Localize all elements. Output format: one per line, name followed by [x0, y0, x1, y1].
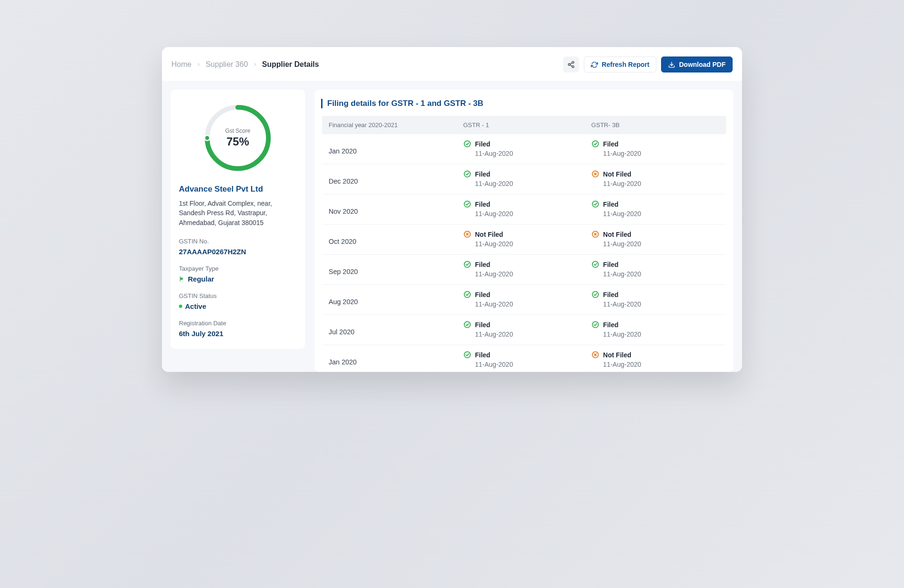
- status-text: Filed: [603, 291, 619, 298]
- status-date: 11-Aug-2020: [463, 240, 591, 248]
- refresh-report-button[interactable]: Refresh Report: [584, 56, 656, 72]
- content-area: Gst Score 75% Advance Steel Pvt Ltd 1st …: [162, 81, 742, 372]
- app-window: Home Supplier 360 Supplier Details Refre…: [162, 47, 742, 372]
- gstin-status-field: GSTIN Status Active: [179, 292, 297, 310]
- check-circle-icon: [591, 321, 599, 329]
- status-date: 11-Aug-2020: [591, 300, 719, 308]
- status-cell-gstr1: Filed11-Aug-2020: [463, 170, 591, 187]
- gstin-field: GSTIN No. 27AAAAP0267H2ZN: [179, 238, 297, 256]
- month-cell: Oct 2020: [329, 233, 463, 245]
- refresh-report-label: Refresh Report: [602, 61, 649, 68]
- status-cell-gstr3b: Not Filed11-Aug-2020: [591, 170, 719, 187]
- download-pdf-label: Download PDF: [679, 61, 726, 68]
- month-cell: Jan 2020: [329, 143, 463, 155]
- gst-score-label: Gst Score: [225, 128, 250, 134]
- status-cell-gstr1: Filed11-Aug-2020: [463, 140, 591, 157]
- check-circle-icon: [463, 260, 471, 268]
- check-circle-icon: [463, 170, 471, 178]
- status-date: 11-Aug-2020: [591, 361, 719, 368]
- status-text: Not Filed: [475, 231, 503, 238]
- download-pdf-button[interactable]: Download PDF: [661, 56, 733, 72]
- filing-details-title: Filing details for GSTR - 1 and GSTR - 3…: [321, 99, 726, 108]
- check-circle-icon: [463, 290, 471, 298]
- chevron-right-icon: [253, 62, 258, 67]
- table-row: Jan 2020Filed11-Aug-2020Filed11-Aug-2020: [322, 134, 726, 164]
- status-text: Filed: [475, 291, 491, 298]
- table-row: Nov 2020Filed11-Aug-2020Filed11-Aug-2020: [322, 194, 726, 225]
- status-date: 11-Aug-2020: [591, 240, 719, 248]
- taxpayer-type-field: Taxpayer Type Regular: [179, 265, 297, 283]
- status-text: Not Filed: [603, 351, 631, 359]
- company-address: 1st Floor, Advait Complex, near, Sandesh…: [179, 199, 297, 227]
- check-circle-icon: [591, 260, 599, 268]
- registration-date-field: Registration Date 6th July 2021: [179, 320, 297, 338]
- check-circle-icon: [591, 200, 599, 208]
- x-circle-icon: [591, 170, 599, 178]
- table-row: Dec 2020Filed11-Aug-2020Not Filed11-Aug-…: [322, 164, 726, 194]
- status-cell-gstr3b: Filed11-Aug-2020: [591, 140, 719, 157]
- share-button[interactable]: [563, 56, 579, 72]
- registration-date-label: Registration Date: [179, 320, 297, 327]
- month-cell: Dec 2020: [329, 173, 463, 185]
- breadcrumb-home[interactable]: Home: [171, 60, 192, 69]
- col-header-gstr1: GSTR - 1: [463, 121, 591, 129]
- gstin-status-value: Active: [185, 302, 206, 310]
- svg-line-4: [570, 63, 573, 64]
- status-date: 11-Aug-2020: [591, 150, 719, 157]
- status-date: 11-Aug-2020: [463, 330, 591, 338]
- taxpayer-type-value: Regular: [188, 275, 214, 283]
- status-date: 11-Aug-2020: [463, 300, 591, 308]
- status-text: Not Filed: [603, 231, 631, 238]
- status-text: Filed: [475, 201, 491, 208]
- status-date: 11-Aug-2020: [591, 210, 719, 217]
- col-header-gstr3b: GSTR- 3B: [591, 121, 719, 129]
- status-cell-gstr1: Filed11-Aug-2020: [463, 351, 591, 368]
- check-circle-icon: [463, 321, 471, 329]
- filing-table: Financial year 2020-2021 GSTR - 1 GSTR- …: [322, 116, 726, 372]
- table-row: Jan 2020Filed11-Aug-2020Not Filed11-Aug-…: [322, 345, 726, 372]
- gstin-status-label: GSTIN Status: [179, 292, 297, 299]
- status-cell-gstr3b: Filed11-Aug-2020: [591, 260, 719, 278]
- status-cell-gstr3b: Not Filed11-Aug-2020: [591, 230, 719, 248]
- status-cell-gstr1: Filed11-Aug-2020: [463, 200, 591, 217]
- breadcrumb-supplier360[interactable]: Supplier 360: [206, 60, 248, 69]
- status-text: Filed: [603, 261, 619, 268]
- status-date: 11-Aug-2020: [591, 330, 719, 338]
- share-icon: [567, 61, 575, 68]
- table-row: Sep 2020Filed11-Aug-2020Filed11-Aug-2020: [322, 255, 726, 285]
- registration-date-value: 6th July 2021: [179, 330, 297, 338]
- status-cell-gstr3b: Not Filed11-Aug-2020: [591, 351, 719, 368]
- chevron-right-icon: [196, 62, 201, 67]
- flag-icon: [179, 276, 185, 282]
- company-name: Advance Steel Pvt Ltd: [179, 185, 297, 194]
- status-date: 11-Aug-2020: [591, 270, 719, 278]
- status-date: 11-Aug-2020: [463, 270, 591, 278]
- check-circle-icon: [591, 140, 599, 148]
- status-cell-gstr3b: Filed11-Aug-2020: [591, 321, 719, 338]
- col-header-fy: Financial year 2020-2021: [329, 121, 463, 129]
- breadcrumb-current: Supplier Details: [262, 60, 319, 69]
- table-row: Oct 2020Not Filed11-Aug-2020Not Filed11-…: [322, 225, 726, 255]
- status-dot-icon: [179, 305, 182, 308]
- month-cell: Jan 2020: [329, 354, 463, 366]
- status-cell-gstr1: Filed11-Aug-2020: [463, 290, 591, 308]
- status-text: Filed: [475, 140, 491, 148]
- refresh-icon: [591, 61, 598, 68]
- taxpayer-type-label: Taxpayer Type: [179, 265, 297, 272]
- gstin-label: GSTIN No.: [179, 238, 297, 245]
- status-date: 11-Aug-2020: [463, 361, 591, 368]
- check-circle-icon: [591, 290, 599, 298]
- filing-table-header: Financial year 2020-2021 GSTR - 1 GSTR- …: [322, 116, 726, 134]
- status-text: Not Filed: [603, 170, 631, 178]
- month-cell: Nov 2020: [329, 203, 463, 215]
- month-cell: Sep 2020: [329, 263, 463, 275]
- svg-line-3: [570, 65, 573, 66]
- status-text: Filed: [475, 261, 491, 268]
- status-text: Filed: [475, 170, 491, 178]
- header-actions: Refresh Report Download PDF: [563, 56, 733, 72]
- status-text: Filed: [603, 140, 619, 148]
- status-date: 11-Aug-2020: [463, 180, 591, 187]
- x-circle-icon: [463, 230, 471, 238]
- x-circle-icon: [591, 230, 599, 238]
- x-circle-icon: [591, 351, 599, 359]
